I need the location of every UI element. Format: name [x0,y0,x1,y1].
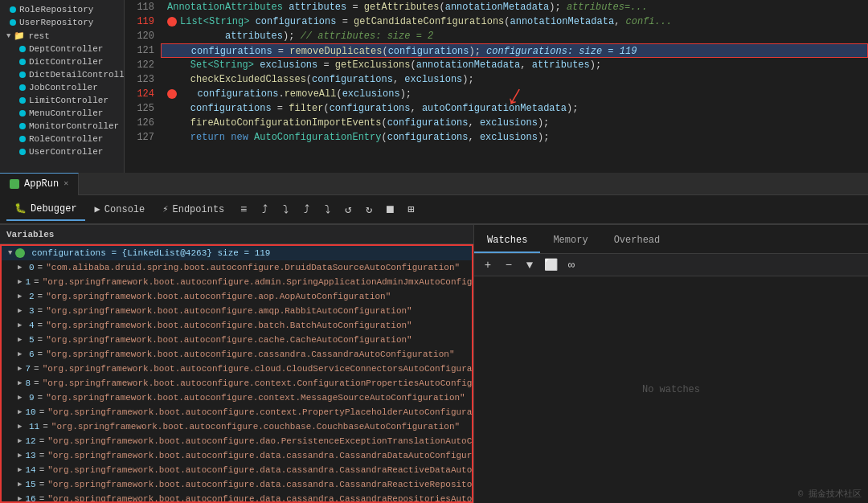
line-numbers: 118 119 120 121 122 123 124 125 126 127 [125,0,161,173]
code-line-118: AnnotationAttributes attributes = getAtt… [161,0,868,14]
sidebar-label: DeptController [29,44,103,54]
var-index: 3 [29,304,35,318]
var-index: 10 [25,405,35,419]
sidebar-label: DictDetailController [29,70,125,80]
var-value-7: "org.springframework.boot.autoconfigure.… [43,362,473,376]
var-row-0[interactable]: ▶ 0 = "com.alibaba.druid.spring.boot.aut… [2,260,472,275]
var-row-13[interactable]: ▶ 13 = "org.springframework.boot.autocon… [2,448,472,463]
var-row-3[interactable]: ▶ 3 = "org.springframework.boot.autoconf… [2,304,472,318]
sidebar-item-user[interactable]: UserController [0,145,124,158]
dot-icon [19,72,26,78]
sidebar-folder-rest[interactable]: ▼ 📁 rest [0,29,124,43]
tab-console[interactable]: ▶ Console [87,198,154,221]
var-index: 5 [29,333,35,347]
sidebar-item-menu[interactable]: MenuController [0,107,124,120]
var-value-13: "org.springframework.boot.autoconfigure.… [47,448,473,463]
expand-arrow-icon: ▶ [18,275,22,289]
var-row-8[interactable]: ▶ 8 = "org.springframework.boot.autoconf… [2,376,472,391]
tab-overhead[interactable]: Overhead [601,227,674,253]
dot-icon [19,136,26,142]
var-row-2[interactable]: ▶ 2 = "org.springframework.boot.autoconf… [2,289,472,304]
add-watch-button[interactable]: + [479,256,497,274]
equals-sign: = [38,333,43,347]
var-row-10[interactable]: ▶ 10 = "org.springframework.boot.autocon… [2,405,472,419]
var-root-row[interactable]: ▼ configurations = {LinkedList@4263} siz… [2,246,472,260]
console-label: Console [104,198,145,221]
tab-endpoints[interactable]: ⚡ Endpoints [154,198,232,221]
var-index: 12 [25,434,35,448]
triangle-icon: ▼ [6,32,10,40]
expand-arrow-icon: ▶ [18,304,26,318]
var-index: 16 [25,492,35,503]
sidebar-item-dict-detail[interactable]: DictDetailController [0,68,124,81]
debugger-icon: 🐛 [14,198,27,220]
var-row-15[interactable]: ▶ 15 = "org.springframework.boot.autocon… [2,477,472,492]
var-index: 0 [29,260,35,275]
watch-infinity-button[interactable]: ∞ [563,256,580,274]
sidebar-item-monitor[interactable]: MonitorController [0,120,124,133]
variables-content[interactable]: ▼ configurations = {LinkedList@4263} siz… [0,244,473,503]
var-row-5[interactable]: ▶ 5 = "org.springframework.boot.autoconf… [2,333,472,347]
expand-arrow-icon: ▶ [18,333,26,347]
debug-resume-button[interactable]: ↻ [359,200,379,219]
expand-arrow-icon: ▶ [18,362,22,376]
var-value-0: "com.alibaba.druid.spring.boot.autoconfi… [46,260,460,275]
panel-title: Variables [6,230,54,239]
var-row-4[interactable]: ▶ 4 = "org.springframework.boot.autoconf… [2,318,472,333]
equals-sign: = [39,405,45,419]
var-row-12[interactable]: ▶ 12 = "org.springframework.boot.autocon… [2,434,472,448]
var-row-6[interactable]: ▶ 6 = "org.springframework.boot.autoconf… [2,347,472,362]
tab-watches[interactable]: Watches [474,227,540,253]
var-row-14[interactable]: ▶ 14 = "org.springframework.boot.autocon… [2,463,472,477]
sidebar-item-limit[interactable]: LimitController [0,94,124,107]
sidebar-item-role[interactable]: RoleController [0,133,124,145]
remove-watch-button[interactable]: − [500,256,518,274]
var-row-16[interactable]: ▶ 16 = "org.springframework.boot.autocon… [2,492,472,503]
line-119: 119 [125,14,161,29]
line-123: 123 [125,72,161,87]
sidebar-item-dict[interactable]: DictController [0,55,124,68]
var-value-10: "org.springframework.boot.autoconfigure.… [47,405,473,419]
watch-expand-button[interactable]: ⬜ [542,256,559,274]
var-row-9[interactable]: ▶ 9 = "org.springframework.boot.autoconf… [2,391,472,405]
expand-arrow-icon: ▶ [18,477,22,492]
expand-arrow-icon: ▶ [18,448,22,463]
var-value-11: "org.springframework.boot.autoconfigure.… [51,419,460,434]
sidebar-item-dept[interactable]: DeptController [0,43,124,55]
tab-memory[interactable]: Memory [540,227,600,253]
watch-down-button[interactable]: ▼ [521,256,538,274]
var-value-15: "org.springframework.boot.autoconfigure.… [47,477,473,492]
expand-arrow-icon: ▶ [18,347,26,362]
tab-close-icon[interactable]: ✕ [63,173,68,195]
sidebar-item-role-repository[interactable]: RoleRepository [0,3,124,16]
code-line-127: return new AutoConfigurationEntry(config… [161,130,868,145]
code-line-122: Set<String> exclusions = getExclusions(a… [161,58,868,72]
var-row-1[interactable]: ▶ 1 = "org.springframework.boot.autoconf… [2,275,472,289]
code-line-125: configurations = filter(configurations, … [161,101,868,116]
debug-step-into-button[interactable]: ⤵ [276,200,295,219]
debug-stop-button[interactable]: ⏹ [380,200,399,219]
debug-run-to-cursor-button[interactable]: ⤵ [317,200,337,219]
sidebar-item-job[interactable]: JobController [0,81,124,94]
line-127: 127 [125,130,161,145]
tab-apprun[interactable]: AppRun ✕ [0,173,79,195]
debug-show-frames-button[interactable]: ≡ [234,200,253,219]
debug-toolbar: 🐛 Debugger ▶ Console ⚡ Endpoints ≡ ⤴ ⤵ ⤴… [0,195,868,224]
var-value-9: "org.springframework.boot.autoconfigure.… [46,391,465,405]
debug-rerun-button[interactable]: ↺ [338,200,358,219]
expand-arrow-icon: ▶ [18,434,22,448]
console-icon: ▶ [95,198,100,221]
debug-step-over-button[interactable]: ⤴ [255,200,274,219]
equals-sign: = [38,289,43,304]
var-value-5: "org.springframework.boot.autoconfigure.… [46,333,411,347]
expand-arrow-icon: ▶ [18,376,22,391]
debug-step-out-button[interactable]: ⤴ [297,200,316,219]
sidebar-item-user-repository[interactable]: UserRepository [0,16,124,29]
var-row-11[interactable]: ▶ 11 = "org.springframework.boot.autocon… [2,419,472,434]
debug-settings-button[interactable]: ⊞ [401,200,420,219]
code-line-121: configurations = removeDuplicates(config… [161,43,868,58]
var-row-7[interactable]: ▶ 7 = "org.springframework.boot.autoconf… [2,362,472,376]
folder-icon: 📁 [14,31,25,41]
equals-sign: = [39,448,45,463]
tab-debugger[interactable]: 🐛 Debugger [6,198,85,221]
